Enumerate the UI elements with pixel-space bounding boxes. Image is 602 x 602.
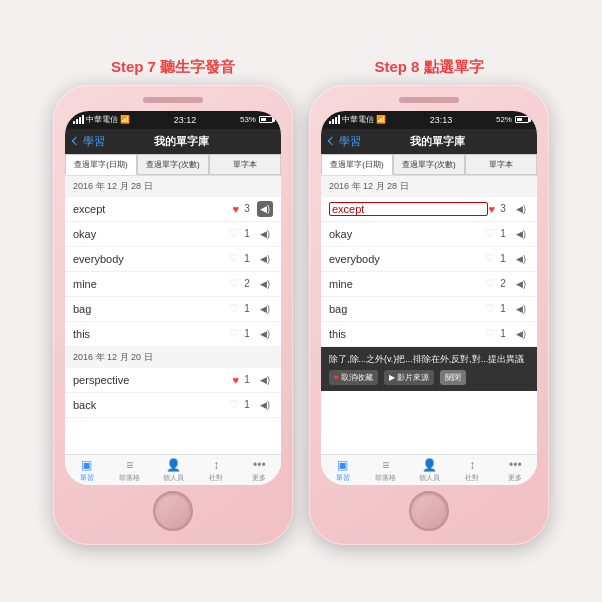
nav-bar-left: 學習 我的單字庫 xyxy=(65,129,281,154)
heart-icon-everybody-right[interactable]: ♡ xyxy=(485,252,495,265)
wifi-icon-right: 📶 xyxy=(376,115,386,124)
audio-btn-everybody-right[interactable]: ◀) xyxy=(513,251,529,267)
heart-icon-okay-right[interactable]: ♡ xyxy=(485,227,495,240)
bottom-tab-profile-left[interactable]: 👤 個人員 xyxy=(151,458,194,483)
social-icon-right: ↕ xyxy=(469,458,475,472)
audio-btn-mine-left[interactable]: ◀) xyxy=(257,276,273,292)
word-row-this-left[interactable]: this ♡ 1 ◀) xyxy=(65,322,281,347)
blog-icon-right: ≡ xyxy=(382,458,389,472)
heart-icon-everybody-left[interactable]: ♡ xyxy=(229,252,239,265)
word-okay-left: okay xyxy=(73,228,229,240)
word-this-left: this xyxy=(73,328,229,340)
heart-icon-mine-left[interactable]: ♡ xyxy=(229,277,239,290)
tab-count-left[interactable]: 查過單字(次數) xyxy=(137,154,209,175)
count-this-right: 1 xyxy=(497,328,509,339)
word-row-okay-left[interactable]: okay ♡ 1 ◀) xyxy=(65,222,281,247)
blog-icon-left: ≡ xyxy=(126,458,133,472)
audio-btn-okay-right[interactable]: ◀) xyxy=(513,226,529,242)
profile-icon-left: 👤 xyxy=(166,458,181,472)
tab-vocab-left[interactable]: 單字本 xyxy=(209,154,281,175)
heart-icon-this-right[interactable]: ♡ xyxy=(485,327,495,340)
audio-btn-except-left[interactable]: ◀) xyxy=(257,201,273,217)
word-row-back-left[interactable]: back ♡ 1 ◀) xyxy=(65,393,281,418)
word-row-okay-right[interactable]: okay ♡ 1 ◀) xyxy=(321,222,537,247)
audio-btn-back-left[interactable]: ◀) xyxy=(257,397,273,413)
word-row-bag-left[interactable]: bag ♡ 1 ◀) xyxy=(65,297,281,322)
bottom-tab-more-left[interactable]: ••• 更多 xyxy=(238,458,281,483)
bottom-tab-study-right[interactable]: ▣ 單習 xyxy=(321,458,364,483)
battery-pct-left: 53% xyxy=(240,115,256,124)
home-button-right[interactable] xyxy=(409,491,449,531)
tab-vocab-right[interactable]: 單字本 xyxy=(465,154,537,175)
tab-date-right[interactable]: 查過單字(日期) xyxy=(321,154,393,175)
word-row-perspective-left[interactable]: perspective ♥ 1 ◀) xyxy=(65,368,281,393)
word-back-left: back xyxy=(73,399,229,411)
bottom-tab-profile-right[interactable]: 👤 個人員 xyxy=(407,458,450,483)
word-mine-right: mine xyxy=(329,278,485,290)
heart-icon-except-right[interactable]: ♥ xyxy=(488,203,495,215)
heart-icon-perspective-left[interactable]: ♥ xyxy=(232,374,239,386)
carrier-right: 中華電信 xyxy=(342,114,374,125)
word-row-except-left[interactable]: except ♥ 3 ◀) xyxy=(65,197,281,222)
word-row-mine-left[interactable]: mine ♡ 2 ◀) xyxy=(65,272,281,297)
home-button-left[interactable] xyxy=(153,491,193,531)
heart-icon-except-left[interactable]: ♥ xyxy=(232,203,239,215)
chevron-left-icon xyxy=(72,137,80,145)
word-row-except-right[interactable]: except ♥ 3 ◀) xyxy=(321,197,537,222)
cancel-favorite-btn[interactable]: ♥ 取消收藏 xyxy=(329,370,378,385)
audio-btn-bag-left[interactable]: ◀) xyxy=(257,301,273,317)
phone-speaker-right xyxy=(399,97,459,103)
audio-btn-this-right[interactable]: ◀) xyxy=(513,326,529,342)
word-row-everybody-right[interactable]: everybody ♡ 1 ◀) xyxy=(321,247,537,272)
heart-icon-okay-left[interactable]: ♡ xyxy=(229,227,239,240)
tab-count-right[interactable]: 查過單字(次數) xyxy=(393,154,465,175)
back-button-left[interactable]: 學習 xyxy=(73,134,105,149)
heart-icon-mine-right[interactable]: ♡ xyxy=(485,277,495,290)
video-source-btn[interactable]: ▶ 影片來源 xyxy=(384,370,434,385)
bottom-tabs-right: ▣ 單習 ≡ 部落格 👤 個人員 ↕ 社對 xyxy=(321,454,537,485)
audio-btn-mine-right[interactable]: ◀) xyxy=(513,276,529,292)
word-row-this-right[interactable]: this ♡ 1 ◀) xyxy=(321,322,537,347)
word-except-right[interactable]: except xyxy=(329,202,488,216)
heart-icon-this-left[interactable]: ♡ xyxy=(229,327,239,340)
word-mine-left: mine xyxy=(73,278,229,290)
word-this-right: this xyxy=(329,328,485,340)
audio-btn-except-right[interactable]: ◀) xyxy=(513,201,529,217)
video-icon: ▶ xyxy=(389,372,395,383)
profile-icon-right: 👤 xyxy=(422,458,437,472)
study-icon-left: ▣ xyxy=(81,458,92,472)
audio-btn-this-left[interactable]: ◀) xyxy=(257,326,273,342)
more-icon-right: ••• xyxy=(509,458,522,472)
definition-text: 除了,除...之外(v.)把...排除在外,反對,對...提出異議 xyxy=(329,353,529,366)
date-header-1-right: 2016 年 12 月 28 日 xyxy=(321,176,537,197)
bottom-tab-blog-right[interactable]: ≡ 部落格 xyxy=(364,458,407,483)
audio-btn-bag-right[interactable]: ◀) xyxy=(513,301,529,317)
nav-title-right: 我的單字庫 xyxy=(365,134,509,149)
signal-icon xyxy=(73,115,84,124)
heart-icon-bag-right[interactable]: ♡ xyxy=(485,302,495,315)
tab-date-left[interactable]: 查過單字(日期) xyxy=(65,154,137,175)
bottom-tab-social-left[interactable]: ↕ 社對 xyxy=(195,458,238,483)
audio-btn-perspective-left[interactable]: ◀) xyxy=(257,372,273,388)
phone-speaker xyxy=(143,97,203,103)
word-row-mine-right[interactable]: mine ♡ 2 ◀) xyxy=(321,272,537,297)
carrier-left: 中華電信 xyxy=(86,114,118,125)
word-row-bag-right[interactable]: bag ♡ 1 ◀) xyxy=(321,297,537,322)
bottom-tab-social-right[interactable]: ↕ 社對 xyxy=(451,458,494,483)
word-okay-right: okay xyxy=(329,228,485,240)
study-icon-right: ▣ xyxy=(337,458,348,472)
bottom-tab-study-left[interactable]: ▣ 單習 xyxy=(65,458,108,483)
heart-icon-bag-left[interactable]: ♡ xyxy=(229,302,239,315)
bottom-tab-more-right[interactable]: ••• 更多 xyxy=(494,458,537,483)
count-okay-left: 1 xyxy=(241,228,253,239)
heart-icon-back-left[interactable]: ♡ xyxy=(229,398,239,411)
nav-bar-right: 學習 我的單字庫 xyxy=(321,129,537,154)
word-everybody-left: everybody xyxy=(73,253,229,265)
audio-btn-everybody-left[interactable]: ◀) xyxy=(257,251,273,267)
bottom-tab-blog-left[interactable]: ≡ 部落格 xyxy=(108,458,151,483)
battery-icon-left xyxy=(259,116,273,123)
audio-btn-okay-left[interactable]: ◀) xyxy=(257,226,273,242)
word-row-everybody-left[interactable]: everybody ♡ 1 ◀) xyxy=(65,247,281,272)
close-popup-btn[interactable]: 關閉 xyxy=(440,370,466,385)
back-button-right[interactable]: 學習 xyxy=(329,134,361,149)
